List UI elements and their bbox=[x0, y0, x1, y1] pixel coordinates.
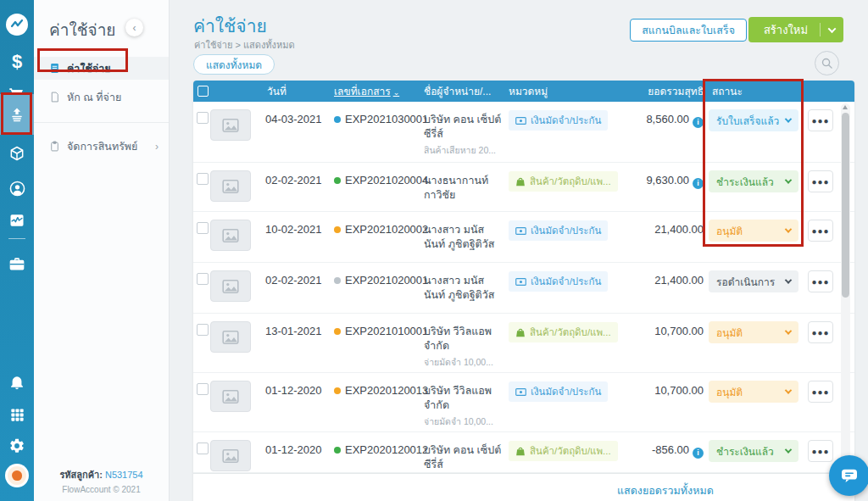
flowaccount-logo[interactable] bbox=[0, 12, 34, 37]
search-button[interactable] bbox=[815, 51, 839, 75]
info-icon[interactable]: i bbox=[693, 178, 704, 189]
category-chip[interactable]: สินค้า/วัตถุดิบ/แพ... bbox=[509, 441, 618, 461]
status-dropdown[interactable]: ชำระเงินแล้ว bbox=[709, 170, 798, 192]
doc-number[interactable]: EXP2020120013 bbox=[345, 384, 428, 397]
table-row[interactable]: 02-02-2021 EXP2021020004 นางธนากานท์ กาว… bbox=[193, 163, 854, 212]
main-content: ค่าใช้จ่าย ค่าใช้จ่าย > แสดงทั้งหมด สแกน… bbox=[170, 0, 868, 501]
row-date: 02-02-2021 bbox=[259, 163, 322, 186]
doc-number[interactable]: EXP2020120012 bbox=[345, 443, 428, 456]
vendor-name[interactable]: บริษัท คอน เซ็ปต์ ซีรี่ส์ bbox=[424, 444, 501, 470]
category-chip[interactable]: สินค้า/วัตถุดิบ/แพ... bbox=[509, 322, 618, 342]
scan-bills-button[interactable]: สแกนบิลและใบเสร็จ bbox=[630, 19, 747, 42]
doc-number[interactable]: EXP2021010001 bbox=[345, 325, 428, 337]
vendor-name[interactable]: นางสาว มนัส นันท์ ภูชิตฐิติวัส bbox=[424, 275, 494, 301]
status-column-header: สถานะ bbox=[704, 83, 801, 99]
row-checkbox[interactable] bbox=[197, 112, 209, 124]
table-row[interactable]: 01-12-2020 EXP2020120012 บริษัท คอน เซ็ป… bbox=[193, 432, 854, 473]
vendor-name[interactable]: บริษัท วีวิลแอพ จำกัด bbox=[424, 385, 492, 411]
table-row[interactable]: 13-01-2021 EXP2021010001 บริษัท วีวิลแอพ… bbox=[193, 314, 854, 373]
expense-icon-active[interactable] bbox=[0, 94, 34, 135]
sidebar-item-asset-management[interactable]: จัดการสินทรัพย์ › bbox=[34, 135, 169, 158]
status-dot-icon bbox=[334, 116, 341, 123]
briefcase-icon[interactable] bbox=[0, 249, 34, 278]
status-dropdown[interactable]: รับใบเสร็จแล้ว bbox=[709, 109, 798, 131]
status-dropdown[interactable]: อนุมัติ bbox=[709, 321, 798, 343]
table-row[interactable]: 10-02-2021 EXP2021020002 นางสาว มนัส นัน… bbox=[193, 212, 854, 263]
notifications-bell-icon[interactable] bbox=[0, 368, 34, 397]
vendor-name[interactable]: บริษัท คอน เซ็ปต์ ซีรี่ส์ bbox=[424, 114, 501, 140]
category-chip[interactable]: เงินมัดจำ/ประกัน bbox=[509, 271, 608, 292]
row-note: สินค้าเสียหาย 20... bbox=[424, 144, 502, 156]
more-actions-button[interactable]: ●●● bbox=[808, 220, 833, 242]
sidebar-item-withholding[interactable]: หัก ณ ที่จ่าย bbox=[34, 86, 169, 109]
status-dropdown[interactable]: ชำระเงินแล้ว bbox=[709, 440, 798, 462]
apps-grid-icon[interactable] bbox=[0, 400, 34, 429]
inventory-box-icon[interactable] bbox=[0, 139, 34, 168]
status-dropdown[interactable]: อนุมัติ bbox=[709, 381, 798, 403]
sidebar-footer: รหัสลูกค้า: N531754 FlowAccount © 2021 bbox=[34, 467, 169, 494]
receipt-image-placeholder[interactable] bbox=[210, 381, 251, 412]
create-new-dropdown[interactable] bbox=[820, 23, 843, 36]
table-row[interactable]: 04-03-2021 EXP2021030001 บริษัท คอน เซ็ป… bbox=[193, 102, 854, 163]
row-checkbox[interactable] bbox=[197, 273, 209, 285]
doc-number[interactable]: EXP2021020002 bbox=[345, 223, 428, 236]
more-actions-button[interactable]: ●●● bbox=[808, 270, 833, 292]
filter-chip-show-all[interactable]: แสดงทั้งหมด bbox=[193, 54, 275, 75]
select-all-checkbox[interactable] bbox=[198, 86, 209, 97]
create-new-button[interactable]: สร้างใหม่ bbox=[748, 17, 843, 42]
table-scrollbar[interactable] bbox=[841, 103, 850, 476]
vendor-name[interactable]: นางสาว มนัส นันท์ ภูชิตฐิติวัส bbox=[424, 224, 494, 250]
reports-icon[interactable] bbox=[0, 206, 34, 235]
doc-no-column-header[interactable]: เลขที่เอกสาร⌄ bbox=[322, 83, 424, 99]
receipt-image-placeholder[interactable] bbox=[210, 321, 251, 353]
receipt-image-placeholder[interactable] bbox=[210, 220, 251, 251]
doc-number[interactable]: EXP2021020001 bbox=[345, 274, 428, 287]
amount-value: 21,400.00 bbox=[654, 223, 704, 236]
scrollbar-thumb[interactable] bbox=[842, 113, 849, 298]
doc-number[interactable]: EXP2021030001 bbox=[345, 113, 428, 125]
shopping-bag-icon bbox=[515, 328, 526, 337]
chat-support-button[interactable] bbox=[829, 455, 868, 496]
chevron-down-icon bbox=[785, 327, 792, 334]
sell-money-icon[interactable]: $ bbox=[0, 47, 34, 76]
customer-code-value[interactable]: N531754 bbox=[105, 470, 143, 480]
table-row[interactable]: 02-02-2021 EXP2021020001 นางสาว มนัส นัน… bbox=[193, 263, 854, 314]
row-checkbox[interactable] bbox=[197, 173, 209, 185]
scroll-up-arrow-icon[interactable] bbox=[843, 105, 848, 109]
vendor-name[interactable]: บริษัท วีวิลแอพ จำกัด bbox=[424, 326, 492, 352]
category-chip[interactable]: สินค้า/วัตถุดิบ/แพ... bbox=[509, 171, 618, 192]
category-chip[interactable]: เงินมัดจำ/ประกัน bbox=[509, 110, 608, 131]
info-icon[interactable]: i bbox=[693, 117, 704, 128]
more-actions-button[interactable]: ●●● bbox=[808, 381, 833, 403]
show-totals-link[interactable]: แสดงยอดรวมทั้งหมด bbox=[617, 482, 714, 499]
row-checkbox[interactable] bbox=[197, 222, 209, 234]
sidebar-collapse-button[interactable]: ‹ bbox=[125, 19, 143, 36]
receipt-image-placeholder[interactable] bbox=[210, 109, 251, 141]
vendor-name[interactable]: นางธนากานท์ กาวิชัย bbox=[424, 175, 488, 201]
more-actions-button[interactable]: ●●● bbox=[808, 321, 833, 343]
status-dropdown[interactable]: รอดำเนินการ bbox=[709, 270, 798, 292]
breadcrumb[interactable]: ค่าใช้จ่าย > แสดงทั้งหมด bbox=[194, 37, 295, 53]
receipt-image-placeholder[interactable] bbox=[210, 270, 251, 302]
sort-caret-icon: ⌄ bbox=[393, 88, 400, 97]
row-checkbox[interactable] bbox=[197, 443, 209, 454]
status-dropdown[interactable]: อนุมัติ bbox=[709, 220, 798, 242]
category-chip[interactable]: เงินมัดจำ/ประกัน bbox=[509, 381, 608, 402]
row-checkbox[interactable] bbox=[197, 383, 209, 395]
more-actions-button[interactable]: ●●● bbox=[808, 109, 833, 131]
page-title: ค่าใช้จ่าย bbox=[193, 12, 267, 40]
category-chip[interactable]: เงินมัดจำ/ประกัน bbox=[509, 220, 608, 241]
doc-number[interactable]: EXP2021020004 bbox=[345, 174, 428, 186]
more-actions-button[interactable]: ●●● bbox=[808, 440, 833, 462]
receipt-image-placeholder[interactable] bbox=[210, 170, 251, 202]
settings-gear-icon[interactable] bbox=[0, 431, 34, 460]
more-actions-button[interactable]: ●●● bbox=[808, 170, 833, 192]
contacts-icon[interactable] bbox=[0, 174, 34, 203]
receipt-image-placeholder[interactable] bbox=[210, 440, 251, 471]
table-row[interactable]: 01-12-2020 EXP2020120013 บริษัท วีวิลแอพ… bbox=[193, 373, 854, 432]
user-avatar[interactable] bbox=[0, 461, 34, 490]
info-icon[interactable]: i bbox=[693, 448, 704, 459]
sidebar-item-expenses[interactable]: ค่าใช้จ่าย bbox=[34, 57, 169, 80]
banknote-icon bbox=[515, 117, 526, 125]
row-checkbox[interactable] bbox=[197, 324, 209, 336]
